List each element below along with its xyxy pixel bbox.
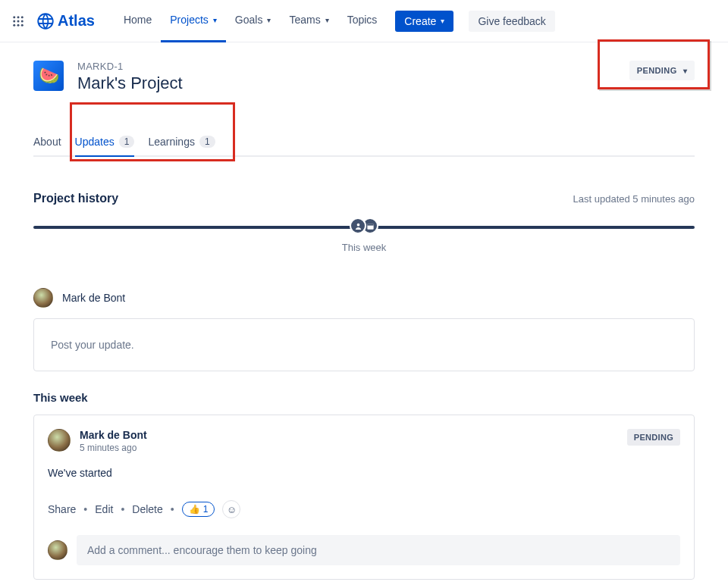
timeline-node-label: This week xyxy=(33,242,695,253)
svg-rect-12 xyxy=(367,224,373,225)
create-button[interactable]: Create ▾ xyxy=(395,11,453,32)
update-card: Mark de Bont 5 minutes ago PENDING We've… xyxy=(33,415,695,580)
share-action[interactable]: Share xyxy=(48,503,76,515)
project-status-button[interactable]: PENDING ▾ xyxy=(629,61,695,80)
svg-point-6 xyxy=(13,23,15,26)
edit-action[interactable]: Edit xyxy=(95,503,113,515)
update-status-badge: PENDING xyxy=(627,429,680,446)
svg-point-2 xyxy=(21,16,24,18)
nav-topics[interactable]: Topics xyxy=(338,0,387,42)
updates-count-badge: 1 xyxy=(119,136,135,148)
update-author: Mark de Bont xyxy=(80,429,147,441)
nav-projects[interactable]: Projects ▾ xyxy=(161,0,226,42)
svg-point-4 xyxy=(17,20,20,22)
project-history-heading: Project history xyxy=(33,192,118,205)
give-feedback-button[interactable]: Give feedback xyxy=(469,11,555,32)
avatar xyxy=(48,540,67,560)
chevron-down-icon: ▾ xyxy=(213,16,217,24)
project-timeline xyxy=(33,217,695,236)
chevron-down-icon: ▾ xyxy=(267,16,271,24)
tab-updates[interactable]: Updates 1 xyxy=(75,130,135,157)
reaction-thumbsup[interactable]: 👍 1 xyxy=(182,502,215,517)
svg-point-7 xyxy=(17,23,20,26)
add-reaction-button[interactable]: ☺ xyxy=(222,500,240,518)
delete-action[interactable]: Delete xyxy=(132,503,162,515)
svg-point-5 xyxy=(21,20,24,22)
svg-point-9 xyxy=(38,14,53,29)
brand-name: Atlas xyxy=(58,12,95,30)
svg-point-8 xyxy=(21,23,24,26)
compose-author-name: Mark de Bont xyxy=(62,292,125,304)
nav-goals[interactable]: Goals ▾ xyxy=(226,0,281,42)
svg-point-0 xyxy=(13,16,15,18)
project-title: Mark's Project xyxy=(77,74,616,93)
person-icon xyxy=(350,217,366,234)
update-timestamp: 5 minutes ago xyxy=(80,443,147,453)
svg-point-1 xyxy=(17,16,20,18)
comment-input[interactable] xyxy=(77,535,680,565)
atlas-logo[interactable]: Atlas xyxy=(36,12,95,30)
svg-point-3 xyxy=(13,20,15,22)
week-heading: This week xyxy=(33,391,695,404)
project-icon: 🍉 xyxy=(33,61,64,91)
chevron-down-icon: ▾ xyxy=(441,17,444,25)
avatar xyxy=(33,288,53,308)
update-body: We've started xyxy=(48,467,680,479)
tab-about[interactable]: About xyxy=(33,130,61,157)
chevron-down-icon: ▾ xyxy=(683,67,687,75)
project-key: MARKD-1 xyxy=(77,61,616,72)
compose-update-input[interactable]: Post your update. xyxy=(33,318,695,371)
last-updated-text: Last updated 5 minutes ago xyxy=(573,193,695,205)
nav-teams[interactable]: Teams ▾ xyxy=(280,0,337,42)
avatar xyxy=(48,429,71,452)
app-switcher-icon[interactable] xyxy=(9,12,27,30)
learnings-count-badge: 1 xyxy=(199,136,215,148)
svg-point-10 xyxy=(356,223,359,226)
chevron-down-icon: ▾ xyxy=(325,16,329,24)
tab-learnings[interactable]: Learnings 1 xyxy=(148,130,215,157)
nav-home[interactable]: Home xyxy=(115,0,161,42)
